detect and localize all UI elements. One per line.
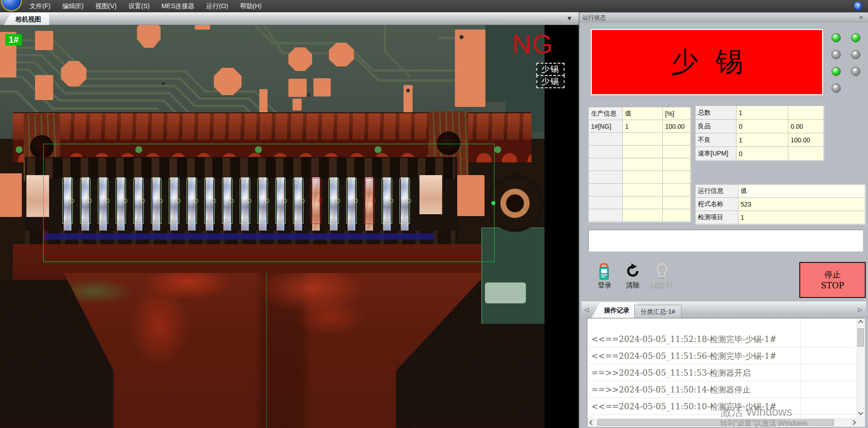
via-hole — [406, 89, 410, 92]
table-cell — [589, 158, 623, 171]
ok-box-outline — [169, 178, 179, 224]
table-cell: 总数 — [696, 106, 737, 120]
table-cell: 0 — [737, 147, 788, 161]
table-cell — [663, 158, 691, 171]
windows-activation-watermark: 激活 Windows — [720, 404, 792, 419]
table-cell — [589, 209, 623, 222]
table-row: 程式名称523 — [696, 198, 865, 211]
table-row: 总数1 — [696, 106, 824, 120]
defect-box-outline — [364, 178, 374, 224]
table-cell: 100.00 — [788, 133, 824, 147]
alarm-text: 少锡 — [654, 44, 760, 81]
table-cell — [663, 133, 691, 146]
stop-button-en: STOP — [821, 280, 844, 291]
status-indicator-gray — [832, 50, 841, 59]
copper-pad — [288, 79, 307, 97]
ok-box-outline — [187, 178, 197, 224]
camera-id-badge: 1# — [5, 34, 22, 45]
log-tab-1[interactable]: 操作记录 — [591, 303, 637, 318]
table-row: 不良1100.00 — [696, 133, 824, 147]
table-cell: 速率[UPM] — [696, 147, 737, 161]
log-entry: <<==2024-05-05_11:52:18-检测完毕-少锡-1# — [588, 331, 856, 347]
tabstrip-dropdown-icon[interactable]: ▼ — [568, 15, 571, 21]
copper-pad — [35, 31, 53, 50]
ok-box-outline — [80, 178, 91, 224]
pcb-image — [0, 25, 545, 428]
camera-view: 1# NG 少锡少锡 — [0, 25, 579, 428]
ok-box-outline — [275, 178, 286, 224]
defect-label-stack: 少锡少锡 — [536, 64, 565, 88]
tab-camera-view[interactable]: 相机视图 — [4, 13, 49, 25]
table-cell: 1 — [737, 106, 788, 120]
table-cell: 1 — [738, 211, 865, 224]
table-cell: 1 — [623, 120, 663, 133]
via-hole — [161, 82, 165, 85]
inspection-roi — [43, 144, 495, 262]
table-cell — [663, 171, 691, 184]
copper-pad — [35, 75, 53, 100]
scroll-down-icon[interactable] — [858, 410, 863, 415]
ok-box-outline — [222, 178, 232, 224]
table-row: 1#[NG]1100.00 — [589, 120, 691, 133]
led-light-button[interactable]: LED 灯 — [648, 263, 676, 294]
log-entry: ==>>2024-05-05_11:51:53-检测器开启 — [588, 364, 856, 381]
table-row: 速率[UPM]0 — [696, 147, 824, 161]
roi-marker — [491, 201, 495, 205]
help-icon[interactable]: ? — [853, 1, 863, 10]
log-tab-2[interactable]: 分类汇总-1# — [634, 305, 681, 318]
defect-label: 少锡 — [536, 75, 565, 88]
menu-item[interactable]: 视图(V) — [90, 0, 123, 12]
login-button[interactable]: 登录 — [590, 263, 619, 294]
table-cell — [623, 196, 663, 209]
vertical-scroll-thumb[interactable] — [858, 328, 864, 347]
ok-box-outline — [382, 178, 392, 224]
table-cell: 1#[NG] — [589, 120, 623, 133]
ok-box-outline — [346, 178, 357, 224]
log-entry: <<==2024-05-05_11:51:56-检测完毕-少锡-1# — [588, 347, 856, 364]
ok-box-outline — [98, 178, 108, 224]
close-icon[interactable]: × — [857, 13, 865, 22]
menu-item[interactable]: 编辑(E) — [56, 0, 90, 12]
application-window: 文件(F)编辑(E)视图(V)设置(S)MES连接器运行(O)帮助(H) ? 相… — [0, 0, 868, 428]
tab-scroll-right-icon[interactable]: ▷ — [858, 306, 863, 313]
scroll-left-icon[interactable] — [589, 420, 594, 425]
table-cell — [788, 106, 824, 120]
via-hole — [459, 35, 464, 39]
table-cell: 1 — [737, 133, 788, 147]
table-cell — [663, 209, 691, 222]
clear-button[interactable]: 清除 — [619, 263, 647, 294]
log-tabstrip: ◁ ▷ 操作记录分类汇总-1# — [581, 302, 866, 318]
table-cell: [%] — [663, 107, 691, 120]
message-strip — [588, 230, 863, 252]
table-cell — [623, 133, 663, 146]
table-cell — [663, 146, 691, 158]
vertical-scrollbar[interactable] — [857, 318, 864, 418]
menu-item[interactable]: 文件(F) — [24, 0, 56, 12]
tab-scroll-left-icon[interactable]: ◁ — [584, 306, 589, 313]
table-cell — [663, 196, 691, 209]
copper-pad — [293, 99, 302, 111]
stop-button[interactable]: 停止 STOP — [799, 262, 866, 298]
solder-pad-light — [485, 282, 526, 303]
log-list: <<==2024-05-05_11:52:18-检测完毕-少锡-1#<<==20… — [588, 331, 856, 415]
stop-button-cn: 停止 — [824, 269, 841, 280]
table-cell: 100.00 — [663, 120, 691, 133]
table-cell — [589, 184, 623, 196]
menu-item[interactable]: 帮助(H) — [234, 0, 267, 12]
status-indicator-green — [832, 67, 841, 76]
ok-box-outline — [133, 178, 144, 224]
scroll-up-icon[interactable] — [858, 320, 863, 325]
status-panel-titlebar[interactable]: 运行状态 × — [580, 13, 868, 22]
table-cell: 0 — [737, 120, 788, 133]
menu-item[interactable]: 设置(S) — [122, 0, 156, 12]
scroll-right-icon[interactable] — [851, 420, 856, 425]
stats-table: 总数1良品00.00不良1100.00速率[UPM]0 — [695, 106, 824, 161]
table-cell: 良品 — [696, 120, 737, 133]
menu-item[interactable]: 运行(O) — [200, 0, 234, 12]
menu-item[interactable]: MES连接器 — [156, 0, 200, 12]
table-row — [589, 184, 691, 196]
table-row: 良品00.00 — [696, 120, 824, 133]
status-indicator-green — [832, 33, 841, 42]
table-cell: 程式名称 — [696, 198, 738, 211]
app-logo-icon — [1, 0, 22, 11]
